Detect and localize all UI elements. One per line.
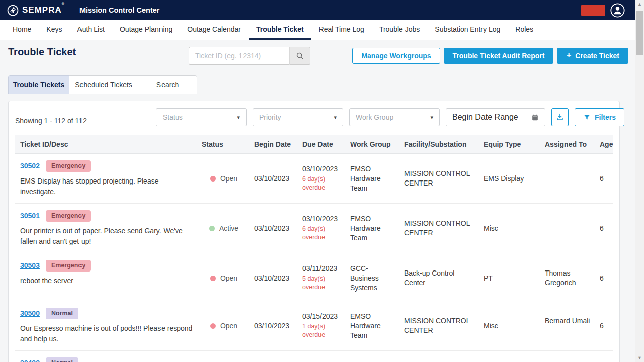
tab-scheduled-tickets[interactable]: Scheduled Tickets bbox=[69, 75, 138, 94]
nav-item-real-time-log[interactable]: Real Time Log bbox=[311, 20, 372, 40]
work-group-cell: EMSO Hardware Team bbox=[350, 204, 404, 243]
equip-type-cell: EMS Display bbox=[484, 154, 545, 184]
status-cell: Active bbox=[202, 204, 254, 233]
masked-user-label bbox=[581, 5, 605, 16]
filter-placeholder: Work Group bbox=[356, 113, 393, 121]
nav-item-outage-calendar[interactable]: Outage Calendar bbox=[180, 20, 249, 40]
work-group-cell: GCC-Video bbox=[350, 351, 404, 362]
nav-item-trouble-jobs[interactable]: Trouble Jobs bbox=[372, 20, 427, 40]
assigned-to-cell: – bbox=[545, 154, 600, 178]
ticket-description: reboot the server bbox=[20, 276, 194, 286]
begin-date-range-filter[interactable]: Begin Date Range bbox=[446, 108, 545, 126]
equip-type-cell: PT bbox=[484, 351, 545, 362]
status-dot bbox=[210, 276, 216, 281]
column-header-facility-substation: Facility/Substation bbox=[404, 140, 484, 148]
search-button[interactable] bbox=[289, 47, 310, 65]
table-header-row: Ticket ID/DescStatusBegin DateDue DateWo… bbox=[15, 135, 613, 154]
due-date: 03/11/2023 bbox=[302, 264, 342, 274]
age-cell: 6 bbox=[600, 253, 613, 283]
facility-cell: MISSION CONTROL CENTER bbox=[404, 204, 484, 238]
filter-select-priority[interactable]: Priority▾ bbox=[253, 108, 343, 126]
assigned-to-cell: – bbox=[545, 204, 600, 228]
user-avatar-icon[interactable] bbox=[610, 3, 625, 18]
chevron-down-icon: ▾ bbox=[237, 114, 240, 121]
filter-select-status[interactable]: Status▾ bbox=[156, 108, 247, 126]
ticket-link[interactable]: 30500 bbox=[20, 309, 40, 318]
table-row: 30502EmergencyEMS Display has stopped pr… bbox=[15, 154, 613, 204]
create-ticket-button[interactable]: + Create Ticket bbox=[557, 48, 628, 64]
nav-item-keys[interactable]: Keys bbox=[39, 20, 69, 40]
age-cell: 6 bbox=[600, 301, 613, 331]
column-header-work-group: Work Group bbox=[350, 140, 404, 148]
ticket-search bbox=[189, 47, 310, 65]
status-label: Open bbox=[220, 321, 237, 331]
nav-item-outage-planning[interactable]: Outage Planning bbox=[112, 20, 180, 40]
chevron-down-icon: ▾ bbox=[430, 114, 433, 121]
plus-icon: + bbox=[566, 50, 571, 60]
facility-cell: DESCANSO bbox=[404, 351, 484, 362]
ticket-id-desc-cell: 30498Normal bbox=[20, 351, 202, 362]
table-row: 30501EmergencyOur printer is out of pape… bbox=[15, 204, 613, 253]
overdue-label: 5 day(s) overdue bbox=[302, 275, 342, 292]
nav-item-trouble-ticket[interactable]: Trouble Ticket bbox=[249, 20, 311, 40]
tab-trouble-tickets[interactable]: Trouble Tickets bbox=[8, 75, 69, 94]
due-date: 03/10/2023 bbox=[302, 214, 342, 224]
column-header-ticket-id-desc: Ticket ID/Desc bbox=[20, 140, 202, 148]
begin-date-cell: 03/10/2023 bbox=[254, 301, 302, 331]
age-cell: 42 bbox=[600, 351, 613, 362]
audit-report-button[interactable]: Trouble Ticket Audit Report bbox=[444, 48, 554, 64]
ticket-link[interactable]: 30503 bbox=[20, 261, 40, 270]
column-header-status: Status bbox=[202, 140, 254, 148]
nav-item-auth-list[interactable]: Auth List bbox=[69, 20, 112, 40]
date-placeholder: Begin Date Range bbox=[452, 113, 518, 122]
equip-type-cell: Misc bbox=[484, 301, 545, 331]
begin-date-cell: 03/10/2023 bbox=[254, 154, 302, 184]
app-title: Mission Control Center bbox=[79, 6, 160, 14]
ticket-description: Our printer is out of paper. Please send… bbox=[20, 226, 194, 247]
filter-select-work-group[interactable]: Work Group▾ bbox=[349, 108, 440, 126]
status-label: Open bbox=[220, 274, 237, 283]
filters-button-label: Filters bbox=[595, 113, 616, 121]
table-row: 30500NormalOur Espresso machine is out o… bbox=[15, 301, 613, 351]
column-header-begin-date: Begin Date bbox=[254, 140, 302, 148]
ticket-id-desc-cell: 30500NormalOur Espresso machine is out o… bbox=[20, 301, 202, 350]
filter-funnel-icon bbox=[583, 114, 591, 121]
tab-search[interactable]: Search bbox=[138, 75, 197, 94]
nav-item-roles[interactable]: Roles bbox=[508, 20, 541, 40]
manage-workgroups-button[interactable]: Manage Workgroups bbox=[352, 48, 440, 64]
column-header-due-date: Due Date bbox=[302, 140, 350, 148]
priority-badge: Emergency bbox=[46, 160, 91, 172]
overdue-label: 6 day(s) overdue bbox=[302, 175, 342, 193]
priority-badge: Emergency bbox=[46, 260, 91, 272]
scrollbar-thumb[interactable] bbox=[636, 11, 643, 55]
priority-badge: Normal bbox=[46, 357, 78, 362]
filter-placeholder: Status bbox=[163, 113, 183, 121]
results-count: Showing 1 - 112 of 112 bbox=[15, 117, 87, 125]
due-date-cell: 03/15/20231 day(s) overdue bbox=[302, 301, 350, 340]
work-group-cell: EMSO Hardware Team bbox=[350, 301, 404, 340]
nav-item-substation-entry-log[interactable]: Substation Entry Log bbox=[427, 20, 508, 40]
ticket-link[interactable]: 30502 bbox=[20, 161, 40, 171]
trademark-mark: ® bbox=[62, 2, 65, 6]
due-date: 03/15/2023 bbox=[302, 312, 342, 321]
page-title: Trouble Ticket bbox=[8, 46, 76, 58]
ticket-search-input[interactable] bbox=[189, 47, 289, 65]
export-download-button[interactable] bbox=[551, 108, 569, 126]
filters-button[interactable]: Filters bbox=[575, 108, 624, 126]
table-body: 30502EmergencyEMS Display has stopped pr… bbox=[15, 154, 613, 362]
nav-item-home[interactable]: Home bbox=[5, 20, 39, 40]
ticket-link[interactable]: 30498 bbox=[20, 358, 40, 362]
equip-type-cell: PT bbox=[484, 253, 545, 283]
scroll-down-icon[interactable]: ▼ bbox=[635, 354, 644, 362]
column-header-age: Age bbox=[600, 140, 613, 148]
vertical-scrollbar[interactable]: ▲ ▼ bbox=[635, 0, 644, 362]
overdue-label: 6 day(s) overdue bbox=[302, 225, 342, 242]
scroll-up-icon[interactable]: ▲ bbox=[635, 0, 644, 8]
brand: SEMPRA® bbox=[7, 5, 65, 16]
brand-name: SEMPRA® bbox=[22, 5, 65, 15]
facility-cell: MISSION CONTROL CENTER bbox=[404, 301, 484, 335]
ticket-description: Our Espresso machine is out of pods!!! P… bbox=[20, 323, 194, 344]
begin-date-cell: 03/10/2023 bbox=[254, 253, 302, 283]
topbar-divider bbox=[72, 6, 72, 15]
ticket-link[interactable]: 30501 bbox=[20, 211, 40, 221]
